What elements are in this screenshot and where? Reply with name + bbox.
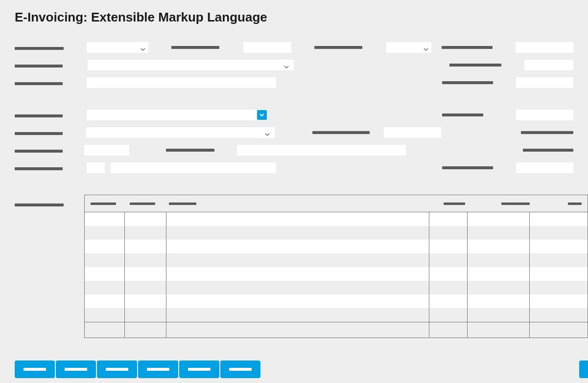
text-input[interactable] bbox=[243, 42, 291, 53]
table-label bbox=[15, 203, 64, 206]
table-row[interactable] bbox=[85, 212, 588, 226]
field-label bbox=[442, 46, 493, 49]
table-row[interactable] bbox=[85, 281, 588, 294]
field-label bbox=[442, 81, 493, 84]
page-title: E-Invoicing: Extensible Markup Language bbox=[15, 10, 573, 25]
text-input[interactable] bbox=[111, 162, 277, 173]
column-header bbox=[169, 203, 196, 205]
text-input[interactable] bbox=[87, 162, 105, 173]
field-label bbox=[312, 131, 370, 134]
form-row-5 bbox=[15, 127, 573, 138]
action-bar bbox=[15, 360, 588, 378]
column-header bbox=[444, 203, 465, 205]
form-row-7 bbox=[15, 162, 573, 173]
field-label bbox=[15, 47, 64, 50]
field-label bbox=[166, 149, 214, 152]
table-footer bbox=[85, 322, 588, 338]
field-label bbox=[15, 150, 63, 153]
chevron-down-icon bbox=[265, 130, 270, 135]
table-row[interactable] bbox=[85, 294, 588, 308]
combo-field[interactable] bbox=[87, 110, 267, 120]
field-label bbox=[442, 113, 483, 116]
text-input[interactable] bbox=[516, 162, 573, 173]
table-row[interactable] bbox=[85, 226, 588, 240]
field-label bbox=[442, 166, 493, 169]
text-input[interactable] bbox=[516, 42, 573, 53]
field-label bbox=[449, 64, 501, 67]
column-header bbox=[568, 203, 582, 205]
action-button-6[interactable] bbox=[220, 360, 260, 378]
column-header bbox=[501, 203, 530, 205]
text-input[interactable] bbox=[384, 127, 441, 138]
column-header bbox=[91, 203, 116, 205]
action-button-4[interactable] bbox=[138, 360, 178, 378]
form-row-1 bbox=[15, 42, 573, 53]
table-row[interactable] bbox=[85, 240, 588, 253]
field-label bbox=[15, 132, 63, 135]
field-label bbox=[521, 131, 573, 134]
text-input[interactable] bbox=[516, 77, 573, 88]
form-row-2 bbox=[15, 60, 573, 70]
table-row[interactable] bbox=[85, 308, 588, 322]
chevron-down-icon bbox=[423, 45, 428, 50]
field-label bbox=[314, 46, 362, 49]
field-label bbox=[523, 149, 573, 152]
action-button-2[interactable] bbox=[56, 360, 96, 378]
field-label bbox=[15, 167, 63, 170]
form-area bbox=[0, 30, 588, 185]
dropdown-field[interactable] bbox=[87, 42, 148, 53]
column-header bbox=[130, 203, 155, 205]
chevron-down-icon bbox=[284, 63, 289, 68]
table-body bbox=[85, 212, 588, 322]
dropdown-toggle-icon[interactable] bbox=[257, 110, 267, 120]
form-row-6 bbox=[15, 145, 573, 156]
line-items-section bbox=[0, 195, 588, 338]
text-input[interactable] bbox=[84, 145, 129, 156]
field-label bbox=[15, 114, 63, 117]
field-label bbox=[15, 65, 63, 68]
table-row[interactable] bbox=[85, 267, 588, 281]
field-label bbox=[15, 82, 63, 85]
page-header: E-Invoicing: Extensible Markup Language bbox=[0, 0, 588, 30]
field-label bbox=[171, 46, 219, 49]
action-button-5[interactable] bbox=[179, 360, 219, 378]
action-button-3[interactable] bbox=[97, 360, 137, 378]
text-input[interactable] bbox=[516, 110, 573, 120]
table-row[interactable] bbox=[85, 253, 588, 267]
form-row-4 bbox=[15, 110, 573, 120]
text-input[interactable] bbox=[87, 77, 277, 88]
dropdown-field[interactable] bbox=[386, 42, 431, 53]
action-button-1[interactable] bbox=[15, 360, 55, 378]
text-input[interactable] bbox=[237, 145, 406, 156]
table-header bbox=[85, 195, 588, 212]
dropdown-field[interactable] bbox=[88, 60, 293, 70]
chevron-down-icon bbox=[141, 45, 145, 50]
line-items-table bbox=[84, 195, 588, 338]
form-row-3 bbox=[15, 77, 573, 88]
dropdown-field[interactable] bbox=[86, 127, 275, 138]
text-input[interactable] bbox=[524, 60, 573, 70]
action-button-right[interactable] bbox=[579, 360, 588, 378]
